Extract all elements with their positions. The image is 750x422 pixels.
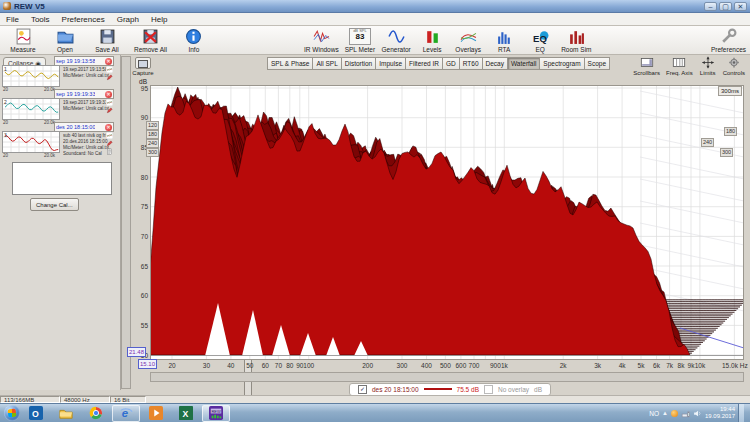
plot-horizontal-scrollbar[interactable]: ◄ ► bbox=[150, 372, 744, 382]
clipboard-icon bbox=[106, 148, 113, 155]
measurement-close-icon[interactable]: ✕ bbox=[105, 91, 112, 98]
graph-tab-impulse[interactable]: Impulse bbox=[375, 57, 406, 70]
measurement-notes-box[interactable] bbox=[12, 162, 112, 195]
language-indicator[interactable]: NO bbox=[649, 410, 659, 417]
capture-label: Capture bbox=[128, 70, 158, 76]
taskbar-icon-chrome[interactable] bbox=[82, 405, 110, 422]
time-slice-label-right: 180 bbox=[724, 127, 737, 136]
change-cal-button[interactable]: Change Cal... bbox=[30, 198, 79, 211]
hidden-icons-arrow[interactable]: ▲ bbox=[662, 410, 668, 416]
toolbar-button-remove-all[interactable]: Remove All bbox=[132, 27, 169, 54]
menu-help[interactable]: Help bbox=[145, 14, 173, 25]
graph-tab-distortion[interactable]: Distortion bbox=[341, 57, 376, 70]
x-tick-label: 30 bbox=[203, 362, 210, 369]
title-bar: REW V5 ‒ ▢ ✕ bbox=[0, 0, 750, 13]
toolbar-button-measure[interactable]: Measure bbox=[6, 27, 40, 54]
network-icon[interactable] bbox=[681, 409, 690, 418]
menu-tools[interactable]: Tools bbox=[25, 14, 56, 25]
measurement-thumbnail-2[interactable] bbox=[2, 98, 60, 120]
x-tick-label: 4k bbox=[619, 362, 626, 369]
taskbar-icon-ie[interactable]: e bbox=[112, 405, 140, 422]
taskbar-clock[interactable]: 19:44 19.09.2017 bbox=[705, 406, 735, 420]
x-axis-end-label: 15.0k Hz bbox=[722, 362, 748, 369]
toolbar-button-label: SPL Meter bbox=[345, 46, 375, 53]
graph-tab-spectrogram[interactable]: Spectrogram bbox=[539, 57, 584, 70]
toolbar-button-overlays[interactable]: Overlays bbox=[451, 27, 485, 54]
toolbar-button-info[interactable]: Info bbox=[177, 27, 211, 54]
measurement-close-icon[interactable]: ✕ bbox=[105, 58, 112, 65]
graph-tab-all-spl[interactable]: All SPL bbox=[312, 57, 341, 70]
graph-tab-scope[interactable]: Scope bbox=[584, 57, 610, 70]
measurement-thumbnail-1[interactable] bbox=[2, 65, 60, 87]
measurement-tab-title: sep 19 19:13:58 bbox=[56, 58, 95, 64]
measurement-info-line: Soundcard: No Cal bbox=[63, 151, 109, 157]
graph-tab-spl-phase[interactable]: SPL & Phase bbox=[267, 57, 313, 70]
toolbar-button-preferences[interactable]: Preferences bbox=[709, 27, 748, 54]
minimize-button[interactable]: ‒ bbox=[704, 2, 717, 11]
view-button-controls[interactable]: Controls bbox=[720, 55, 748, 77]
measurement-thumbnail-3[interactable] bbox=[2, 131, 60, 153]
thumb-x-min: 20 bbox=[3, 153, 8, 158]
main-vertical-scrollbar[interactable]: ▲ ▼ bbox=[121, 56, 131, 389]
outlook-icon: O bbox=[29, 406, 43, 420]
maximize-button[interactable]: ▢ bbox=[719, 2, 732, 11]
menu-preferences[interactable]: Preferences bbox=[56, 14, 111, 25]
scrollbars-icon bbox=[638, 56, 656, 69]
graph-tab-filtered-ir[interactable]: Filtered IR bbox=[405, 57, 443, 70]
toolbar-button-save-all[interactable]: Save All bbox=[90, 27, 124, 54]
graph-tab-decay[interactable]: Decay bbox=[482, 57, 508, 70]
menu-graph[interactable]: Graph bbox=[111, 14, 145, 25]
toolbar-button-spl-meter[interactable]: dB SPL83SPL Meter bbox=[343, 27, 377, 54]
graph-tab-gd[interactable]: GD bbox=[442, 57, 460, 70]
readout-top[interactable]: 21.48 bbox=[127, 347, 146, 357]
measurement-close-icon[interactable]: ✕ bbox=[105, 124, 112, 131]
toolbar: MeasureOpenSave AllRemove AllInfo IR Win… bbox=[0, 26, 750, 55]
toolbar-button-levels[interactable]: Levels bbox=[415, 27, 449, 54]
x-tick-label: 6k bbox=[653, 362, 660, 369]
toolbar-button-open[interactable]: Open bbox=[48, 27, 82, 54]
toolbar-button-eq[interactable]: EQEQ bbox=[523, 27, 557, 54]
capture-button[interactable] bbox=[135, 57, 151, 69]
view-button-scrollbars[interactable]: Scrollbars bbox=[630, 55, 663, 77]
y-tick-label: 70 bbox=[133, 233, 148, 240]
chrome-icon bbox=[89, 406, 103, 420]
measure-icon bbox=[15, 28, 32, 45]
toolbar-button-rta[interactable]: RTA bbox=[487, 27, 521, 54]
trace-checkbox[interactable]: ✓ bbox=[358, 385, 367, 394]
x-tick-label: 9k bbox=[688, 362, 695, 369]
start-button[interactable] bbox=[4, 405, 20, 421]
waterfall-plot[interactable] bbox=[150, 85, 744, 360]
graph-tab-waterfall[interactable]: Waterfall bbox=[507, 57, 540, 70]
spl-meter-value: 83 bbox=[350, 33, 370, 41]
overlay-checkbox[interactable] bbox=[484, 385, 493, 394]
graph-tab-rt60[interactable]: RT60 bbox=[459, 57, 483, 70]
capture-icon bbox=[138, 60, 148, 68]
taskbar-icon-media-player[interactable] bbox=[142, 405, 170, 422]
taskbar-icon-explorer-folder[interactable] bbox=[52, 405, 80, 422]
toolbar-button-room-sim[interactable]: Room Sim bbox=[559, 27, 593, 54]
status-bar: 113/166MB 48000 Hz 16 Bit bbox=[0, 395, 750, 403]
menu-file[interactable]: File bbox=[0, 14, 25, 25]
action-center-icon[interactable] bbox=[671, 410, 678, 417]
readout-bottom[interactable]: 15.10 bbox=[138, 359, 157, 369]
view-button-freq-axis[interactable]: Freq. Axis bbox=[663, 55, 696, 77]
measurement-tab-1[interactable]: sep 19 19:13:58✕ bbox=[54, 56, 114, 66]
taskbar-icon-rew[interactable]: REW bbox=[202, 405, 230, 422]
toolbar-button-generator[interactable]: Generator bbox=[379, 27, 413, 54]
pencil-icon bbox=[106, 140, 113, 147]
taskbar-icon-excel[interactable]: X bbox=[172, 405, 200, 422]
toolbar-button-ir-windows[interactable]: IR Windows bbox=[302, 27, 341, 54]
show-desktop-button[interactable] bbox=[738, 404, 744, 422]
y-tick-label: 75 bbox=[133, 203, 148, 210]
measurement-tab-3[interactable]: des 20 18:15:00✕ bbox=[54, 122, 114, 132]
toolbar-button-label: Info bbox=[188, 46, 199, 53]
x-tick-label: 80 bbox=[286, 362, 293, 369]
taskbar-icon-outlook[interactable]: O bbox=[22, 405, 50, 422]
volume-icon[interactable] bbox=[693, 409, 702, 418]
close-button[interactable]: ✕ bbox=[734, 2, 747, 11]
toolbar-button-label: Room Sim bbox=[561, 46, 591, 53]
view-button-limits[interactable]: Limits bbox=[696, 55, 720, 77]
measurement-info-line: 19.sep.2017 19:13:58 bbox=[63, 67, 109, 73]
measurement-tab-2[interactable]: sep 19 19:19:33✕ bbox=[54, 89, 114, 99]
measurement-info-line: 19.sep.2017 19:19:33 bbox=[63, 100, 109, 106]
